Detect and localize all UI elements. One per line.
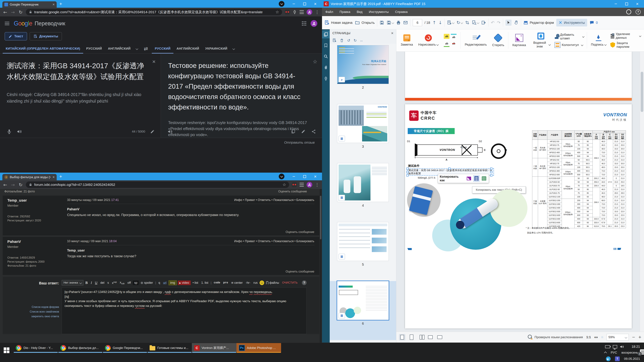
marker-tool[interactable]: ab [451, 34, 456, 40]
format-x-button[interactable]: xsup [111, 281, 118, 285]
two-page-view-icon[interactable] [418, 334, 424, 340]
copy-as-image-button[interactable] [466, 175, 472, 182]
volume-icon[interactable] [620, 345, 624, 349]
more-target-langs-icon[interactable] [232, 47, 235, 50]
add-page-icon[interactable] [332, 38, 336, 42]
menu-справка[interactable]: Справка [395, 10, 408, 14]
post-actions[interactable]: Инфо • Приват • Ответить • Пожаловаться … [234, 240, 314, 243]
format-x-button[interactable]: xsub [119, 280, 126, 285]
menu-вид[interactable]: Вид [357, 10, 362, 14]
tab-close-icon[interactable]: × [52, 175, 55, 179]
format-url-button[interactable]: url [162, 281, 168, 285]
source-text[interactable]: 测试溶液：采用GB 34914-2017《反渗透净水机水效限定值及水效等级》试验… [7, 60, 147, 82]
copy-as-table-button[interactable] [481, 175, 487, 182]
picture-tool[interactable]: Картинка [511, 34, 527, 47]
format-ОЧИСТИТЬ-button[interactable]: ОЧИСТИТЬ [281, 281, 298, 285]
select-tool-icon[interactable] [506, 19, 512, 26]
back-button[interactable]: ← [3, 182, 8, 187]
open-button[interactable]: Открыть [355, 20, 375, 25]
save-translation-star-icon[interactable]: ☆ [313, 59, 317, 64]
browser-tab-forum[interactable]: i Выбор фильтра для воды (част × [2, 174, 57, 180]
post-author[interactable]: PahanV [8, 240, 63, 244]
google-apps-icon[interactable] [302, 21, 306, 26]
media-controls-icon[interactable] [279, 1, 284, 7]
save-icon[interactable] [380, 20, 384, 25]
close-panel-icon[interactable]: × [391, 31, 394, 35]
forward-button[interactable]: → [10, 182, 16, 187]
page-thumbnail-slot[interactable]: ≣ 5 [330, 222, 396, 281]
export-icon[interactable] [481, 20, 486, 25]
continuous-view-icon[interactable] [408, 334, 415, 340]
start-button[interactable] [4, 348, 10, 353]
extensions-list-icon[interactable] [300, 10, 304, 14]
browser-menu-icon[interactable]: ⋮ [315, 9, 319, 15]
new-tab-button[interactable]: + [59, 1, 62, 6]
reply-sidebar-link[interactable]: Список кодов форума [3, 306, 59, 309]
recognition-language-warning[interactable]: Проверьте языки распознавания [528, 335, 583, 340]
format-del-button[interactable]: del [100, 281, 106, 285]
fit-page-icon[interactable] [601, 336, 603, 338]
taskbar-app-abbyy[interactable]: CVontron 家用膜产... [192, 343, 236, 353]
more-source-langs-icon[interactable] [136, 47, 138, 50]
rotate-right-icon[interactable]: ↻ [354, 38, 356, 42]
watermark-tool[interactable]: Водяной знак [530, 32, 552, 48]
note-tool[interactable]: Заметка [399, 34, 414, 46]
rotate-page-icon[interactable]: ↻ [456, 20, 463, 25]
help-icon[interactable]: ? [302, 280, 306, 285]
source-lang-tab[interactable]: РУССКИЙ [83, 44, 105, 53]
taskbar-app-chrome[interactable]: Выбор фильтра дл... [58, 343, 103, 353]
more-options-icon[interactable]: … [360, 39, 363, 42]
rate-message-link[interactable]: Оценить сообщение [286, 270, 314, 273]
suggest-edit-icon[interactable] [301, 129, 306, 134]
add-pages-icon[interactable] [447, 20, 454, 25]
post-actions[interactable]: Инфо • Приват • Ответить • Пожаловаться … [234, 198, 314, 202]
menu-файл[interactable]: Файл [325, 10, 333, 14]
target-lang-tab[interactable]: АНГЛИЙСКИЙ [174, 44, 202, 53]
save-as-icon[interactable] [386, 20, 394, 25]
reply-sidebar-link[interactable]: закрепить окно ответа [3, 315, 59, 318]
post-time-link[interactable]: 17:41 [111, 198, 119, 202]
network-icon[interactable] [613, 345, 617, 349]
bookmark-star-icon[interactable]: ☆ [282, 182, 286, 187]
tray-expand-icon[interactable] [604, 352, 607, 355]
format-файлы-button[interactable]: файлы [265, 281, 280, 285]
format-center-button[interactable]: center [230, 281, 244, 285]
erase-tool[interactable]: Стереть [491, 34, 506, 47]
format-B-button[interactable]: B [84, 280, 89, 285]
current-page-input[interactable]: 6 [413, 19, 422, 26]
signature-tool[interactable]: Подпись [590, 34, 608, 46]
settings-gear-icon[interactable] [626, 9, 631, 14]
source-panel[interactable]: 测试溶液：采用GB 34914-2017《反渗透净水机水效限定值及水效等级》试验… [0, 54, 161, 138]
copy-as-text-button[interactable] [473, 175, 480, 182]
taskbar-app-folder[interactable]: Готовые системы и... [147, 343, 192, 353]
text-mode-button[interactable]: Текст [5, 32, 27, 40]
single-page-view-icon[interactable] [399, 334, 405, 340]
rate-message-link[interactable]: Оценить сообщение [278, 190, 307, 193]
main-menu-icon[interactable] [5, 22, 10, 25]
format-pre-button[interactable]: pre [222, 281, 229, 285]
menu-инструменты[interactable]: Инструменты [369, 10, 388, 14]
zoom-level-select[interactable]: 59% [606, 334, 629, 341]
taskbar-app-ps[interactable]: PsAdobe Photoshop ... [236, 343, 281, 353]
attachments-icon[interactable] [322, 63, 330, 71]
documents-mode-button[interactable]: Документы [30, 32, 62, 40]
minimize-button[interactable] [288, 0, 299, 7]
format-sep-button[interactable]: ☺ [260, 281, 264, 285]
text-markup-tools[interactable]: ab ab ab ab [442, 34, 458, 47]
password-protect-tool[interactable]: Защита паролем [610, 41, 641, 49]
redaction-tool[interactable]: Удаление данных [610, 32, 641, 39]
actual-size-button[interactable]: 1:1 [586, 335, 591, 339]
zoom-in-button[interactable]: + [638, 334, 641, 340]
share-translation-icon[interactable] [311, 129, 316, 134]
close-button[interactable]: × [310, 0, 321, 7]
format-img-button[interactable]: img [168, 280, 177, 285]
undo-icon[interactable]: ↶ [491, 20, 494, 25]
zoom-document-icon[interactable] [472, 20, 479, 25]
source-lang-tab[interactable]: АНГЛИЙСКИЙ [105, 44, 134, 53]
fit-width-icon[interactable]: ↔ [594, 335, 598, 340]
signature-icon[interactable] [322, 75, 330, 83]
profile-avatar[interactable]: Д [306, 182, 312, 188]
adguard-extension-icon[interactable] [285, 9, 290, 14]
draw-tool[interactable]: Нарисовать [417, 34, 440, 46]
delete-page-icon[interactable] [340, 38, 344, 42]
